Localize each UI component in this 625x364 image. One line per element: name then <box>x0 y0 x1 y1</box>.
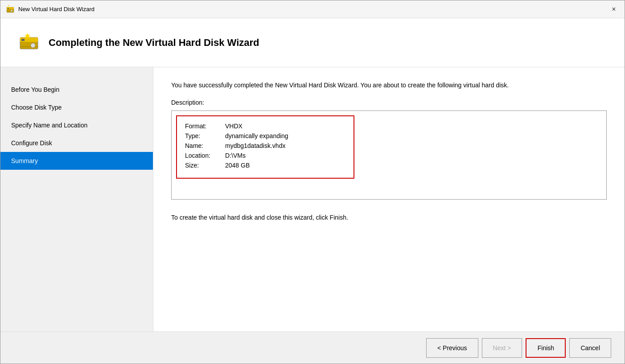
footer: < Previous Next > Finish Cancel <box>0 331 625 364</box>
next-button[interactable]: Next > <box>482 338 522 358</box>
svg-marker-5 <box>8 5 9 7</box>
svg-rect-3 <box>7 11 14 12</box>
desc-location-row: Location: D:\VMs <box>185 152 345 159</box>
svg-rect-8 <box>21 39 25 41</box>
window-title: New Virtual Hard Disk Wizard <box>18 6 95 12</box>
title-bar: New Virtual Hard Disk Wizard × <box>0 0 625 18</box>
sidebar-item-configure-disk[interactable]: Configure Disk <box>0 134 153 152</box>
description-label: Description: <box>171 99 607 106</box>
description-box-inner: Format: VHDX Type: dynamically expanding… <box>176 115 354 179</box>
description-box-outer: Format: VHDX Type: dynamically expanding… <box>171 110 607 200</box>
name-label: Name: <box>185 142 225 149</box>
previous-button[interactable]: < Previous <box>426 338 478 358</box>
sidebar-item-specify-name-location[interactable]: Specify Name and Location <box>0 116 153 134</box>
sidebar-item-summary[interactable]: Summary <box>0 152 153 170</box>
svg-rect-9 <box>20 46 38 47</box>
svg-point-4 <box>11 10 12 12</box>
desc-size-row: Size: 2048 GB <box>185 162 345 169</box>
desc-name-row: Name: mydbg1datadisk.vhdx <box>185 142 345 149</box>
intro-text: You have successfully completed the New … <box>171 81 607 90</box>
location-label: Location: <box>185 152 225 159</box>
sidebar-item-before-you-begin[interactable]: Before You Begin <box>0 81 153 98</box>
wizard-header-icon <box>18 32 40 53</box>
sidebar-item-choose-disk-type[interactable]: Choose Disk Type <box>0 98 153 116</box>
content-area: Before You Begin Choose Disk Type Specif… <box>0 67 625 331</box>
size-value: 2048 GB <box>225 162 250 169</box>
type-value: dynamically expanding <box>225 132 288 139</box>
wizard-title: Completing the New Virtual Hard Disk Wiz… <box>49 37 259 49</box>
format-label: Format: <box>185 123 225 130</box>
main-content: You have successfully completed the New … <box>153 67 625 331</box>
desc-type-row: Type: dynamically expanding <box>185 132 345 139</box>
desc-format-row: Format: VHDX <box>185 123 345 130</box>
window-icon <box>6 5 15 14</box>
sidebar: Before You Begin Choose Disk Type Specif… <box>0 67 153 331</box>
close-button[interactable]: × <box>609 4 619 15</box>
svg-rect-2 <box>8 8 9 9</box>
cancel-button[interactable]: Cancel <box>569 338 611 358</box>
location-value: D:\VMs <box>225 152 246 159</box>
header-area: Completing the New Virtual Hard Disk Wiz… <box>0 18 625 67</box>
title-bar-left: New Virtual Hard Disk Wizard <box>6 5 95 14</box>
finish-text: To create the virtual hard disk and clos… <box>171 213 607 222</box>
svg-point-10 <box>31 43 35 48</box>
finish-button[interactable]: Finish <box>526 338 566 358</box>
type-label: Type: <box>185 132 225 139</box>
name-value: mydbg1datadisk.vhdx <box>225 142 285 149</box>
format-value: VHDX <box>225 123 243 130</box>
wizard-window: New Virtual Hard Disk Wizard × Completin… <box>0 0 625 364</box>
size-label: Size: <box>185 162 225 169</box>
